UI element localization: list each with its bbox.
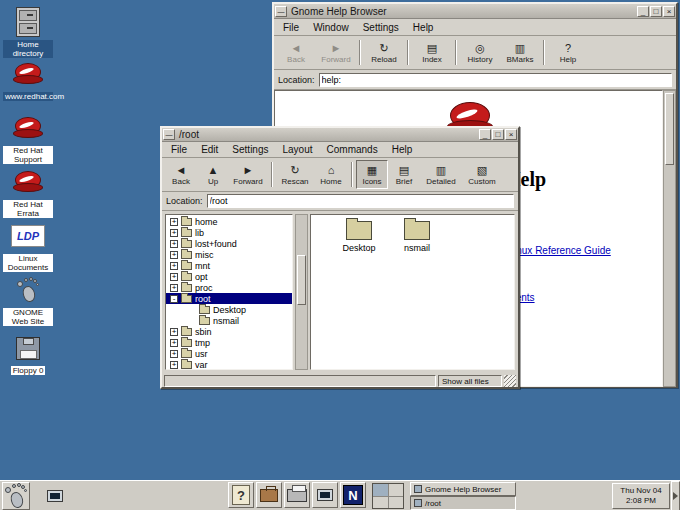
menu-edit[interactable]: Edit: [194, 143, 225, 156]
maximize-button[interactable]: □: [650, 6, 662, 17]
file-manager-main: +home +lib +lost+found +misc +mnt +opt +…: [162, 211, 518, 373]
forward-button[interactable]: ► Forward: [228, 160, 268, 189]
panel-hide-button[interactable]: [671, 481, 680, 510]
menu-file[interactable]: File: [276, 21, 306, 34]
index-icon: ▤: [427, 42, 437, 54]
expand-icon[interactable]: +: [170, 328, 178, 336]
task-button-help-browser[interactable]: Gnome Help Browser: [410, 482, 516, 496]
help-launcher[interactable]: ?: [228, 482, 254, 508]
location-input[interactable]: [207, 194, 514, 208]
close-button[interactable]: ×: [505, 129, 517, 140]
pager-desk-2[interactable]: [389, 484, 404, 496]
screenshooter-applet[interactable]: [46, 488, 64, 504]
printer-launcher[interactable]: [284, 482, 310, 508]
config-launcher[interactable]: [256, 482, 282, 508]
maximize-button[interactable]: □: [492, 129, 504, 140]
minimize-button[interactable]: _: [637, 6, 649, 17]
tree-scrollbar[interactable]: [295, 214, 308, 370]
tree-item-root-selected[interactable]: -root: [166, 293, 292, 304]
rescan-button[interactable]: ↻ Rescan: [276, 160, 314, 189]
tree-item-mnt[interactable]: +mnt: [166, 260, 292, 271]
tree-item-label: lib: [195, 228, 204, 238]
vertical-scrollbar[interactable]: [663, 90, 676, 387]
file-item-desktop[interactable]: Desktop: [333, 221, 385, 253]
netscape-launcher[interactable]: N: [340, 482, 366, 508]
window-menu-button[interactable]: —: [275, 6, 287, 17]
expand-icon[interactable]: -: [170, 295, 178, 303]
expand-icon[interactable]: +: [170, 339, 178, 347]
expand-icon[interactable]: +: [170, 240, 178, 248]
directory-tree[interactable]: +home +lib +lost+found +misc +mnt +opt +…: [165, 214, 293, 370]
main-menu-button[interactable]: [2, 482, 30, 510]
tree-item-lib[interactable]: +lib: [166, 227, 292, 238]
brief-view-button[interactable]: ▤ Brief: [388, 160, 420, 189]
tree-item-misc[interactable]: +misc: [166, 249, 292, 260]
desktop-icon-floppy[interactable]: Floppy 0: [2, 332, 54, 375]
up-button[interactable]: ▲ Up: [198, 160, 228, 189]
tree-item-home[interactable]: +home: [166, 216, 292, 227]
menu-settings[interactable]: Settings: [356, 21, 406, 34]
clock-applet[interactable]: Thu Nov 04 2:08 PM: [612, 483, 670, 509]
expand-icon[interactable]: +: [170, 273, 178, 281]
expand-icon[interactable]: +: [170, 218, 178, 226]
tree-item-opt[interactable]: +opt: [166, 271, 292, 282]
menu-commands[interactable]: Commands: [320, 143, 385, 156]
bookmarks-button[interactable]: ▥ BMarks: [500, 38, 540, 67]
desktop-icon-redhat-com[interactable]: www.redhat.com: [2, 58, 54, 101]
home-button[interactable]: ⌂ Home: [314, 160, 348, 189]
task-button-root[interactable]: /root: [410, 496, 516, 510]
menu-help[interactable]: Help: [406, 21, 441, 34]
back-button[interactable]: ◄ Back: [276, 38, 316, 67]
minimize-button[interactable]: _: [479, 129, 491, 140]
back-button[interactable]: ◄ Back: [164, 160, 198, 189]
tree-item-proc[interactable]: +proc: [166, 282, 292, 293]
desktop-icon-redhat-errata[interactable]: Red Hat Errata: [2, 166, 54, 218]
help-browser-titlebar[interactable]: — Gnome Help Browser _ □ ×: [274, 4, 676, 19]
expand-icon[interactable]: +: [170, 361, 178, 369]
tree-item-sbin[interactable]: +sbin: [166, 326, 292, 337]
history-button[interactable]: ◎ History: [460, 38, 500, 67]
desktop-icon-linux-documents[interactable]: LDP Linux Documents: [2, 220, 54, 272]
tree-item-usr[interactable]: +usr: [166, 348, 292, 359]
terminal-launcher[interactable]: [312, 482, 338, 508]
scrollbar-thumb[interactable]: [297, 255, 306, 305]
expand-icon[interactable]: +: [170, 251, 178, 259]
file-pane[interactable]: Desktop nsmail: [310, 214, 515, 370]
menu-file[interactable]: File: [164, 143, 194, 156]
location-input[interactable]: [319, 73, 672, 87]
reload-button[interactable]: ↻ Reload: [364, 38, 404, 67]
close-button[interactable]: ×: [663, 6, 675, 17]
pager-desk-3[interactable]: [373, 497, 388, 509]
expand-icon[interactable]: +: [170, 350, 178, 358]
desktop-icon-gnome-web-site[interactable]: GNOME Web Site: [2, 274, 54, 326]
file-manager-titlebar[interactable]: — /root _ □ ×: [162, 128, 518, 142]
menu-layout[interactable]: Layout: [276, 143, 320, 156]
file-item-nsmail[interactable]: nsmail: [391, 221, 443, 253]
desk-guide-pager[interactable]: [372, 483, 404, 509]
expand-icon[interactable]: +: [170, 284, 178, 292]
index-button[interactable]: ▤ Index: [412, 38, 452, 67]
icons-view-button[interactable]: ▦ Icons: [356, 160, 388, 189]
desktop-icon-redhat-support[interactable]: Red Hat Support: [2, 112, 54, 164]
menu-help[interactable]: Help: [385, 143, 420, 156]
detailed-view-button[interactable]: ▥ Detailed: [420, 160, 462, 189]
tree-item-lost-found[interactable]: +lost+found: [166, 238, 292, 249]
scrollbar-thumb[interactable]: [665, 93, 674, 165]
menu-window[interactable]: Window: [306, 21, 356, 34]
tree-item-desktop[interactable]: Desktop: [166, 304, 292, 315]
tree-item-var[interactable]: +var: [166, 359, 292, 370]
desktop-icon-home-directory[interactable]: Home directory: [2, 6, 54, 58]
pager-desk-4[interactable]: [389, 497, 404, 509]
tree-item-nsmail[interactable]: nsmail: [166, 315, 292, 326]
tree-item-tmp[interactable]: +tmp: [166, 337, 292, 348]
pager-desk-1[interactable]: [373, 484, 388, 496]
desktop-icon-label: Home directory: [3, 40, 53, 58]
window-menu-button[interactable]: —: [163, 129, 175, 140]
forward-button[interactable]: ► Forward: [316, 38, 356, 67]
help-button[interactable]: ? Help: [548, 38, 588, 67]
menu-settings[interactable]: Settings: [225, 143, 275, 156]
expand-icon[interactable]: +: [170, 229, 178, 237]
resize-grip[interactable]: [504, 375, 516, 387]
custom-view-button[interactable]: ▧ Custom: [462, 160, 502, 189]
expand-icon[interactable]: +: [170, 262, 178, 270]
